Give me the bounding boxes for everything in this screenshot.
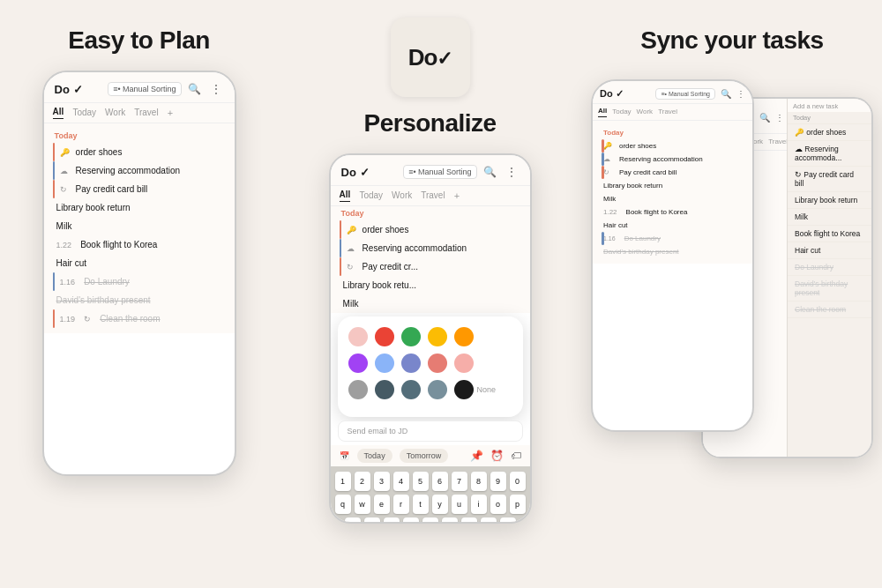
task-item: ☁ Reserving accommodation bbox=[44, 161, 235, 180]
search-icon[interactable]: 🔍 bbox=[759, 113, 770, 123]
task-text: Reserving accommodation bbox=[619, 155, 703, 163]
key-o[interactable]: o bbox=[490, 495, 506, 514]
key-u[interactable]: u bbox=[452, 495, 467, 514]
key-y[interactable]: y bbox=[432, 495, 448, 514]
key-w[interactable]: w bbox=[355, 495, 370, 514]
color-option[interactable] bbox=[454, 327, 474, 346]
tab-all[interactable]: All bbox=[340, 190, 351, 202]
color-option[interactable] bbox=[428, 354, 447, 373]
color-option[interactable] bbox=[428, 327, 447, 346]
tag-icon[interactable]: 🏷 bbox=[511, 450, 521, 462]
sorting-btn[interactable]: ≡• Manual Sorting bbox=[655, 88, 715, 100]
key-7[interactable]: 7 bbox=[452, 472, 467, 491]
keyboard-row-q: q w e r t y u i o p bbox=[334, 495, 527, 514]
key-d[interactable]: d bbox=[384, 517, 400, 524]
color-option[interactable] bbox=[401, 327, 421, 346]
color-option[interactable] bbox=[454, 354, 474, 373]
key-q[interactable]: q bbox=[335, 495, 351, 514]
key-a[interactable]: a bbox=[345, 517, 361, 524]
tab-today[interactable]: Today bbox=[72, 108, 96, 119]
keyboard-row-a: a s d f g h j k l bbox=[334, 517, 527, 524]
sorting-button[interactable]: ≡• Manual Sorting bbox=[403, 165, 476, 179]
task-text: order shoes bbox=[363, 225, 409, 234]
key-r[interactable]: r bbox=[393, 495, 409, 514]
more-icon[interactable]: ⋮ bbox=[775, 113, 784, 123]
task-icon: ↻ bbox=[603, 168, 614, 176]
left-phone: Do ✓ ≡• Manual Sorting 🔍 ⋮ All Today Wor… bbox=[42, 71, 236, 476]
front-phone-body: Today 🔑 order shoes ☁ Reserving accommod… bbox=[593, 121, 752, 264]
key-1[interactable]: 1 bbox=[335, 472, 351, 491]
tab-travel[interactable]: Travel bbox=[134, 108, 158, 119]
key-5[interactable]: 5 bbox=[413, 472, 429, 491]
color-option[interactable] bbox=[401, 380, 421, 399]
key-e[interactable]: e bbox=[374, 495, 390, 514]
search-icon[interactable]: 🔍 bbox=[721, 89, 731, 99]
tab-travel[interactable]: Travel bbox=[421, 190, 445, 202]
color-option[interactable] bbox=[348, 327, 368, 346]
color-option[interactable] bbox=[428, 380, 447, 399]
key-g[interactable]: g bbox=[422, 517, 438, 524]
panel-add-task: Add a new task bbox=[788, 99, 871, 112]
more-icon[interactable]: ⋮ bbox=[504, 164, 519, 180]
key-l[interactable]: l bbox=[500, 517, 516, 524]
color-option[interactable] bbox=[375, 380, 394, 399]
tab-add[interactable]: + bbox=[454, 190, 460, 201]
pin-icon[interactable]: 📌 bbox=[470, 450, 483, 462]
key-s[interactable]: s bbox=[364, 517, 380, 524]
center-phone: Do ✓ ≡• Manual Sorting 🔍 ⋮ All Today Wor… bbox=[329, 153, 532, 524]
task-item: David's birthday present bbox=[593, 245, 752, 258]
task-date: 1.19 bbox=[60, 315, 76, 324]
tab-today[interactable]: Today bbox=[359, 190, 383, 202]
tomorrow-btn[interactable]: Tomorrow bbox=[400, 449, 449, 463]
input-bar[interactable]: Send email to JD bbox=[338, 421, 523, 442]
key-9[interactable]: 9 bbox=[490, 472, 506, 491]
key-6[interactable]: 6 bbox=[432, 472, 448, 491]
task-item: Library book retu... bbox=[331, 276, 530, 294]
search-icon[interactable]: 🔍 bbox=[482, 164, 498, 180]
key-0[interactable]: 0 bbox=[510, 472, 526, 491]
task-date: 1.16 bbox=[603, 235, 616, 242]
task-item: Milk bbox=[44, 217, 235, 235]
key-3[interactable]: 3 bbox=[374, 472, 390, 491]
key-t[interactable]: t bbox=[413, 495, 429, 514]
color-option[interactable] bbox=[348, 354, 368, 373]
tab-work[interactable]: Work bbox=[105, 108, 125, 119]
phone-body: Today 🔑 order shoes ☁ Reserving accommod… bbox=[44, 123, 235, 333]
date-label: Today bbox=[331, 206, 530, 220]
none-option[interactable]: None bbox=[454, 380, 497, 399]
tab-today[interactable]: Today bbox=[612, 108, 631, 117]
alarm-icon[interactable]: ⏰ bbox=[490, 450, 504, 462]
tab-travel[interactable]: Travel bbox=[768, 138, 787, 147]
key-f[interactable]: f bbox=[403, 517, 419, 524]
key-4[interactable]: 4 bbox=[393, 472, 409, 491]
task-item: 1.22 Book flight to Korea bbox=[44, 235, 235, 254]
phone-header: Do ✓ ≡• Manual Sorting 🔍 ⋮ bbox=[331, 155, 530, 186]
color-option[interactable] bbox=[375, 327, 394, 346]
key-i[interactable]: i bbox=[471, 495, 487, 514]
date-label-today: Today bbox=[44, 129, 235, 143]
key-j[interactable]: j bbox=[461, 517, 477, 524]
key-p[interactable]: p bbox=[510, 495, 526, 514]
color-option[interactable] bbox=[401, 354, 421, 373]
more-icon[interactable]: ⋮ bbox=[208, 81, 224, 97]
color-option[interactable] bbox=[348, 380, 368, 399]
right-title: Sync your tasks bbox=[640, 26, 823, 55]
tab-add[interactable]: + bbox=[168, 108, 173, 118]
tab-all[interactable]: All bbox=[598, 107, 607, 117]
tab-all[interactable]: All bbox=[53, 107, 64, 119]
today-btn[interactable]: Today bbox=[357, 449, 392, 463]
color-option[interactable] bbox=[375, 354, 394, 373]
center-section: Do✓ Personalize Do ✓ ≡• Manual Sorting 🔍… bbox=[278, 0, 582, 588]
search-icon[interactable]: 🔍 bbox=[187, 81, 203, 97]
key-8[interactable]: 8 bbox=[471, 472, 487, 491]
tab-travel[interactable]: Travel bbox=[658, 108, 677, 117]
key-h[interactable]: h bbox=[442, 517, 458, 524]
key-k[interactable]: k bbox=[481, 517, 497, 524]
tab-work[interactable]: Work bbox=[637, 108, 654, 117]
color-row-2 bbox=[348, 354, 512, 373]
tab-work[interactable]: Work bbox=[392, 190, 412, 202]
key-2[interactable]: 2 bbox=[355, 472, 370, 491]
more-icon[interactable]: ⋮ bbox=[736, 89, 745, 99]
sorting-button[interactable]: ≡• Manual Sorting bbox=[108, 82, 181, 96]
panel-task: David's birthday present bbox=[788, 276, 871, 301]
